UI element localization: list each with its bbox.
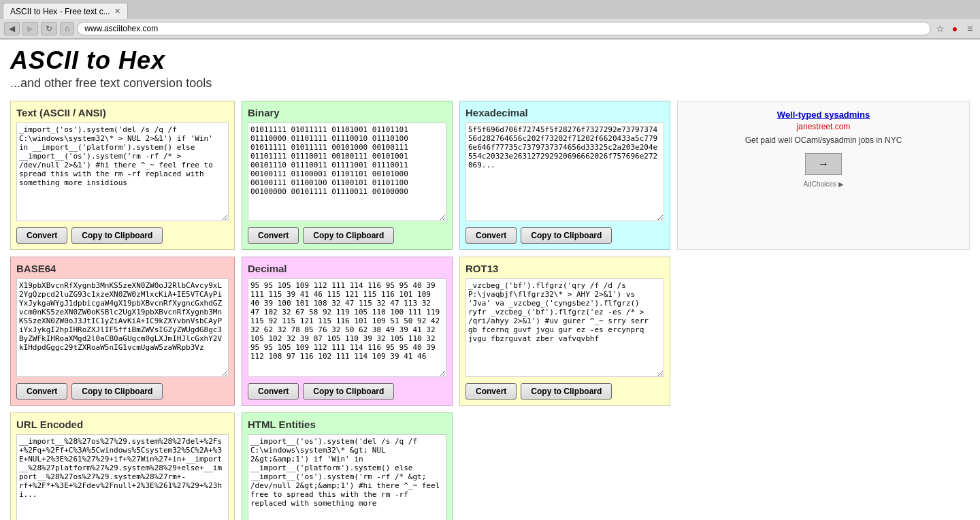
reload-button[interactable]: ↻: [41, 22, 57, 35]
ad-description: Get paid well OCaml/sysadmin jobs in NYC: [686, 135, 961, 146]
hex-converter-box: Hexadecimal Convert Copy to Clipboard: [459, 101, 670, 250]
hex-copy-button[interactable]: Copy to Clipboard: [521, 227, 612, 244]
base64-box-title: BASE64: [16, 263, 229, 274]
binary-btn-row: Convert Copy to Clipboard: [248, 227, 446, 244]
ad-company[interactable]: janestreet.com: [686, 122, 961, 131]
advertisement: Well-typed sysadmins janestreet.com Get …: [677, 101, 970, 250]
back-button[interactable]: ◀: [4, 22, 20, 35]
url-box-title: URL Encoded: [16, 419, 229, 430]
base64-converter-box: BASE64 Convert Copy to Clipboard: [10, 257, 235, 406]
tab-title: ASCII to Hex - Free text c...: [10, 7, 110, 16]
active-tab[interactable]: ASCII to Hex - Free text c... ✕: [3, 3, 128, 19]
decimal-btn-row: Convert Copy to Clipboard: [248, 383, 446, 400]
address-bar[interactable]: [77, 22, 931, 35]
url-input[interactable]: [16, 434, 229, 520]
rot13-input[interactable]: [466, 278, 664, 377]
ad-link[interactable]: Well-typed sysadmins: [686, 110, 961, 120]
binary-input[interactable]: [248, 123, 446, 221]
tab-bar: ASCII to Hex - Free text c... ✕: [0, 0, 980, 19]
site-subtitle: ...and other free text conversion tools: [10, 76, 970, 91]
rot13-copy-button[interactable]: Copy to Clipboard: [521, 383, 612, 400]
binary-converter-box: Binary Convert Copy to Clipboard: [242, 101, 453, 250]
decimal-convert-button[interactable]: Convert: [248, 383, 299, 400]
right-spacer: [677, 257, 970, 406]
decimal-input[interactable]: [248, 278, 446, 377]
text-copy-button[interactable]: Copy to Clipboard: [71, 227, 163, 244]
text-btn-row: Convert Copy to Clipboard: [16, 227, 229, 244]
user-icon[interactable]: ●: [949, 22, 961, 35]
menu-icon[interactable]: ≡: [964, 22, 976, 35]
html-converter-box: HTML Entities Convert Copy to Clipboard: [242, 412, 453, 520]
hex-btn-row: Convert Copy to Clipboard: [466, 227, 664, 244]
decimal-converter-box: Decimal Convert Copy to Clipboard: [242, 257, 453, 406]
text-box-title: Text (ASCII / ANSI): [16, 107, 229, 118]
base64-input[interactable]: [16, 278, 229, 377]
nav-bar: ◀ ▶ ↻ ⌂ ☆ ● ≡: [0, 19, 980, 39]
binary-copy-button[interactable]: Copy to Clipboard: [303, 227, 394, 244]
forward-button[interactable]: ▶: [22, 22, 38, 35]
site-title: ASCII to Hex: [10, 46, 970, 75]
hex-box-title: Hexadecimal: [466, 107, 664, 118]
ad-choices[interactable]: AdChoices ▶: [686, 180, 961, 188]
rot13-btn-row: Convert Copy to Clipboard: [466, 383, 664, 400]
browser-chrome: ASCII to Hex - Free text c... ✕ ◀ ▶ ↻ ⌂ …: [0, 0, 980, 39]
binary-convert-button[interactable]: Convert: [248, 227, 299, 244]
binary-box-title: Binary: [248, 107, 446, 118]
hex-input[interactable]: [466, 123, 664, 221]
decimal-copy-button[interactable]: Copy to Clipboard: [303, 383, 394, 400]
base64-btn-row: Convert Copy to Clipboard: [16, 383, 229, 400]
home-button[interactable]: ⌂: [60, 22, 74, 35]
base64-convert-button[interactable]: Convert: [16, 383, 67, 400]
html-input[interactable]: [248, 434, 446, 520]
tab-close-btn[interactable]: ✕: [114, 7, 120, 16]
ad-arrow-button[interactable]: →: [805, 153, 842, 175]
text-converter-box: Text (ASCII / ANSI) Convert Copy to Clip…: [10, 101, 235, 250]
page-content: ASCII to Hex ...and other free text conv…: [0, 39, 980, 520]
nav-icons-group: ☆ ● ≡: [934, 22, 976, 35]
html-box-title: HTML Entities: [248, 419, 446, 430]
text-input[interactable]: [16, 123, 229, 221]
rot13-converter-box: ROT13 Convert Copy to Clipboard: [459, 257, 670, 406]
text-convert-button[interactable]: Convert: [16, 227, 67, 244]
rot13-convert-button[interactable]: Convert: [466, 383, 517, 400]
bookmark-icon[interactable]: ☆: [934, 22, 946, 35]
base64-copy-button[interactable]: Copy to Clipboard: [71, 383, 163, 400]
rot13-box-title: ROT13: [466, 263, 664, 274]
hex-convert-button[interactable]: Convert: [466, 227, 517, 244]
url-converter-box: URL Encoded Convert Copy to Clipboard: [10, 412, 235, 520]
decimal-box-title: Decimal: [248, 263, 446, 274]
